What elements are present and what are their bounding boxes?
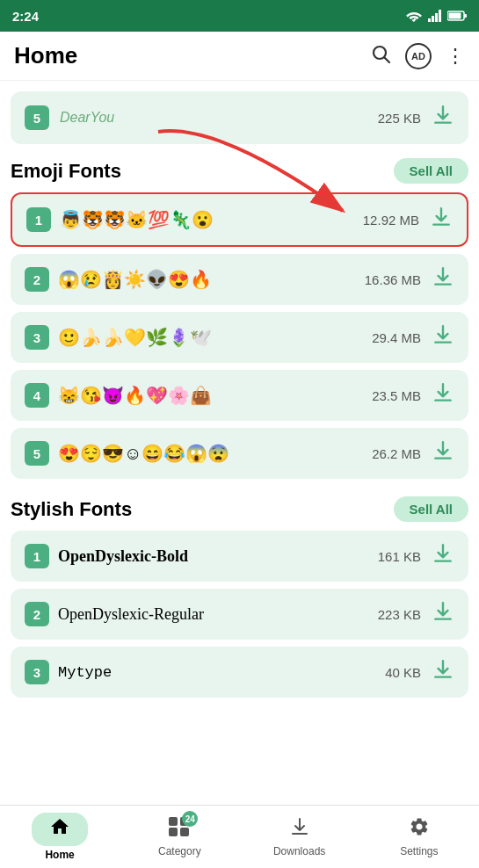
emoji-section-header: Emoji Fonts Sell All: [11, 158, 468, 184]
stylish-rank-2: 2: [25, 602, 49, 626]
home-label: Home: [45, 849, 74, 861]
emoji-download-5[interactable]: [432, 439, 454, 467]
stylish-rank-1: 1: [25, 544, 49, 568]
emoji-name-2: 😱😢👸☀️👽😍🔥: [58, 269, 365, 290]
category-icon: 24: [168, 816, 191, 843]
emoji-rank-5: 5: [25, 441, 49, 466]
emoji-download-3[interactable]: [432, 323, 454, 351]
svg-rect-2: [435, 13, 438, 22]
svg-rect-5: [449, 13, 461, 19]
battery-icon: [447, 11, 467, 21]
emoji-name-4: 😸😘😈🔥💖🌸👜: [58, 385, 372, 406]
svg-rect-3: [439, 10, 441, 22]
emoji-section-title: Emoji Fonts: [11, 160, 121, 183]
stylish-size-3: 40 KB: [385, 665, 421, 680]
nav-item-home[interactable]: Home: [0, 813, 120, 861]
emoji-item-2: 2 😱😢👸☀️👽😍🔥 16.36 MB: [11, 254, 468, 305]
emoji-rank-3: 3: [25, 325, 49, 350]
nav-item-downloads[interactable]: Downloads: [240, 816, 359, 857]
emoji-rank-1: 1: [26, 207, 51, 232]
featured-item: 5 DearYou 225 KB: [11, 91, 468, 144]
stylish-size-2: 223 KB: [378, 607, 421, 622]
stylish-sell-all-button[interactable]: Sell All: [394, 496, 468, 522]
search-icon[interactable]: [370, 43, 391, 69]
signal-icon: [428, 10, 442, 22]
stylish-item-2: 2 OpenDyslexic-Regular 223 KB: [11, 589, 468, 640]
status-icons: [405, 10, 467, 22]
stylish-name-3: Mytype: [58, 664, 385, 681]
page-title: Home: [14, 42, 77, 69]
downloads-icon: [289, 816, 310, 843]
stylish-download-2[interactable]: [432, 600, 454, 628]
settings-icon: [409, 816, 430, 843]
emoji-size-1: 12.92 MB: [363, 213, 419, 228]
status-time: 2:24: [12, 9, 39, 24]
emoji-item-4: 4 😸😘😈🔥💖🌸👜 23.5 MB: [11, 370, 468, 421]
settings-label: Settings: [400, 845, 438, 857]
stylish-section-title: Stylish Fonts: [11, 498, 132, 521]
stylish-download-3[interactable]: [432, 658, 454, 686]
download-btn-featured[interactable]: [432, 104, 454, 132]
wifi-icon: [405, 10, 423, 22]
stylish-name-2: OpenDyslexic-Regular: [58, 605, 378, 624]
header-actions: AD ⋮: [370, 43, 465, 69]
home-icon: [32, 813, 88, 846]
category-badge: 24: [182, 811, 198, 827]
emoji-item-5: 5 😍😌😎☺️😄😂😱😨 26.2 MB: [11, 428, 468, 479]
stylish-item-3: 3 Mytype 40 KB: [11, 647, 468, 698]
emoji-item-3: 3 🙂🍌🍌💛🌿🪻🕊️ 29.4 MB: [11, 312, 468, 363]
stylish-download-1[interactable]: [432, 542, 454, 570]
stylish-font-list: 1 OpenDyslexic-Bold 161 KB 2 OpenDyslexi…: [11, 531, 468, 698]
emoji-size-3: 29.4 MB: [372, 330, 421, 345]
nav-item-settings[interactable]: Settings: [359, 816, 479, 857]
emoji-size-2: 16.36 MB: [365, 272, 421, 287]
svg-rect-6: [464, 14, 467, 18]
category-label: Category: [158, 845, 201, 857]
emoji-size-4: 23.5 MB: [372, 388, 421, 403]
emoji-name-5: 😍😌😎☺️😄😂😱😨: [58, 443, 372, 464]
stylish-size-1: 161 KB: [378, 549, 421, 564]
ad-badge[interactable]: AD: [405, 43, 432, 69]
emoji-rank-4: 4: [25, 383, 49, 408]
downloads-label: Downloads: [273, 845, 325, 857]
svg-rect-1: [432, 16, 434, 22]
stylish-rank-3: 3: [25, 660, 49, 684]
emoji-name-3: 🙂🍌🍌💛🌿🪻🕊️: [58, 327, 372, 348]
svg-rect-0: [428, 18, 431, 22]
stylish-section-header: Stylish Fonts Sell All: [11, 496, 468, 522]
emoji-rank-2: 2: [25, 267, 49, 292]
stylish-name-1: OpenDyslexic-Bold: [58, 547, 378, 566]
app-header: Home AD ⋮: [0, 32, 479, 81]
item-rank-featured: 5: [25, 105, 49, 130]
emoji-size-5: 26.2 MB: [372, 446, 421, 461]
nav-item-category[interactable]: 24 Category: [120, 816, 239, 857]
bottom-navigation: Home 24 Category Downloads: [0, 805, 479, 868]
emoji-name-1: 👼🐯🐯🐱💯🦎😮: [60, 209, 363, 230]
emoji-font-list: 1 👼🐯🐯🐱💯🦎😮 12.92 MB 2 😱😢👸☀️👽😍🔥 16.36 MB: [11, 192, 468, 479]
emoji-download-2[interactable]: [432, 265, 454, 293]
item-size-featured: 225 KB: [378, 111, 421, 126]
status-bar: 2:24: [0, 0, 479, 32]
emoji-sell-all-button[interactable]: Sell All: [394, 158, 468, 184]
emoji-download-4[interactable]: [432, 381, 454, 409]
svg-line-8: [385, 57, 390, 62]
svg-rect-21: [169, 828, 178, 836]
emoji-download-1[interactable]: [430, 206, 453, 234]
main-content: 5 DearYou 225 KB Emoji Fonts Sell All 1 …: [0, 91, 479, 768]
svg-rect-19: [169, 817, 178, 826]
stylish-item-1: 1 OpenDyslexic-Bold 161 KB: [11, 531, 468, 582]
emoji-item-1: 1 👼🐯🐯🐱💯🦎😮 12.92 MB: [11, 192, 468, 247]
more-icon[interactable]: ⋮: [446, 45, 465, 68]
item-name-featured: DearYou: [60, 110, 378, 126]
svg-rect-22: [180, 828, 189, 836]
